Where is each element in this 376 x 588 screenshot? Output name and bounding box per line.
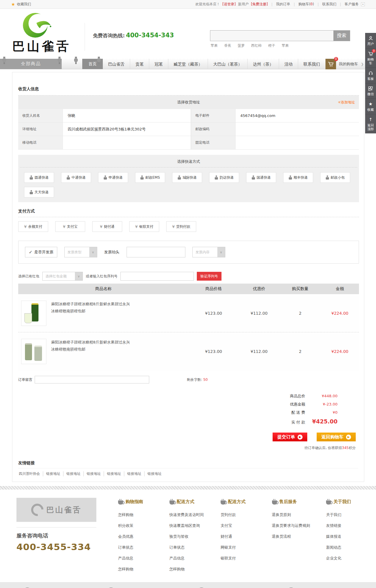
footer-link[interactable]: 验货与签收 [169, 531, 205, 542]
hot-word[interactable]: 苹果 [211, 43, 218, 48]
telephone-field[interactable] [236, 136, 359, 149]
payment-option[interactable]: ¥支付宝 [55, 221, 85, 232]
footer-link[interactable]: 财付通 [221, 531, 256, 542]
footer-link[interactable]: 退换货要求与运费规则 [272, 520, 310, 531]
add-address-link[interactable]: +添加地址 [338, 100, 355, 105]
courier-option[interactable]: 国通快递 [246, 172, 276, 183]
footer-link[interactable]: 银联支付 [221, 553, 256, 564]
footer-link[interactable]: 友情链接 [326, 520, 361, 531]
courier-option[interactable]: 中通快递 [61, 172, 91, 183]
sidebar-item-cart[interactable]: 0 购物车 [365, 48, 376, 68]
payment-option[interactable]: ¥货到付款 [166, 221, 196, 232]
hot-word[interactable]: 苹果 [282, 43, 289, 48]
friend-link[interactable]: 链接地址 [84, 471, 104, 476]
hot-word[interactable]: 橙子 [268, 43, 275, 48]
footer-link[interactable]: 产品信息 [169, 553, 205, 564]
customer-service-link[interactable]: 客户服务 [345, 2, 359, 7]
topbar-cart-link[interactable]: 购物车(0) [298, 2, 314, 7]
sidebar-item-favorite[interactable]: ★ 收藏 [365, 99, 376, 114]
friend-link[interactable]: 链接地址 [63, 471, 84, 476]
sidebar-item-wechat[interactable]: 微信 [365, 83, 376, 99]
payment-option[interactable]: ¥余额支付 [18, 221, 48, 232]
footer-link[interactable]: 货到付款 [221, 509, 256, 520]
footer-link[interactable]: 企业文化 [326, 553, 361, 564]
address-field[interactable]: 四川成都武侯区簇景西路20号3栋1单元302号 [63, 123, 191, 136]
back-to-cart-button[interactable]: 返回购物车▶ [317, 433, 356, 441]
courier-option[interactable]: 申通快递 [98, 172, 128, 183]
courier-option[interactable]: 天天快递 [24, 187, 54, 197]
footer-link[interactable]: 怎样购物 [118, 509, 153, 520]
courier-option[interactable]: 邮政EMS [135, 172, 165, 183]
red-packet-select[interactable]: 选择红包金额 ∨ [42, 272, 83, 281]
hot-word[interactable]: 香蕉 [224, 43, 231, 48]
courier-option[interactable]: 圆通快递 [24, 172, 54, 183]
submit-order-button[interactable]: 提交订单▶ [273, 433, 307, 441]
login-link[interactable]: [请登录] [222, 2, 236, 7]
sidebar-item-service[interactable]: 客服 [365, 68, 376, 83]
search-input[interactable] [210, 31, 333, 41]
my-orders-link[interactable]: 我的订单 [276, 2, 290, 7]
product-image[interactable] [21, 301, 46, 326]
courier-option[interactable]: 顺丰快递 [283, 172, 313, 183]
payment-option[interactable]: ¥银联支付 [129, 221, 159, 232]
footer-link[interactable]: 会员优惠 [118, 531, 153, 542]
friend-link[interactable]: 四川茶叶协会 [18, 471, 43, 476]
footer-link[interactable]: 怎样购物 [118, 564, 153, 574]
nav-item[interactable]: 巴山雀舌 [103, 59, 130, 69]
nav-item[interactable]: 贡茗 [130, 59, 149, 69]
email-field[interactable]: 4567454@qq.com [236, 109, 359, 122]
invoice-type-select[interactable]: 发票类型 ∨ [64, 247, 97, 257]
courier-option[interactable]: 邮政小包 [320, 172, 350, 183]
footer-link[interactable]: 支付宝 [221, 520, 256, 531]
nav-item[interactable]: 冠茗 [149, 59, 168, 69]
zipcode-field[interactable] [236, 123, 359, 136]
contact-link[interactable]: 联系我们 [322, 2, 336, 7]
nav-item[interactable]: 臧芝堂（藏茶） [168, 59, 208, 69]
footer-link[interactable]: 积分政策 [118, 520, 153, 531]
serial-input[interactable] [120, 272, 194, 281]
product-name[interactable]: 麻阳冰糖橙子甜橙冰糖柑8斤新鲜水果甜过永兴 冰糖橙赣南脐橙包邮 [51, 301, 130, 315]
footer-link[interactable]: 退换货原则 [272, 509, 310, 520]
footer-link[interactable]: 产品信息 [118, 553, 153, 564]
payment-option[interactable]: ¥财付通 [92, 221, 122, 232]
my-cart-button[interactable]: 0 我的购物车 ❯ [325, 59, 364, 69]
favorite-link[interactable]: 收藏我们 [17, 2, 31, 7]
footer-logo[interactable]: 巴山雀舌 [16, 498, 96, 522]
friend-link[interactable]: 链接地址 [43, 471, 63, 476]
search-button[interactable]: 搜索 [333, 31, 350, 41]
footer-link[interactable]: 快递资费及送达时间 [169, 509, 205, 520]
nav-item[interactable]: 活动 [279, 59, 298, 69]
footer-link[interactable]: 网银支付 [221, 542, 256, 553]
invoice-checkbox[interactable]: ✓ 是否开发票 [25, 247, 57, 257]
site-logo[interactable]: 巴山雀舌 [12, 11, 83, 53]
sidebar-item-user[interactable]: 用户 [365, 33, 376, 48]
nav-all-products[interactable]: 全部商品 [0, 59, 62, 69]
footer-link[interactable]: 新闻动态 [326, 542, 361, 553]
courier-option[interactable]: 韵达快递 [209, 172, 239, 183]
hot-word[interactable]: 西红柿 [251, 43, 262, 48]
order-message-input[interactable] [35, 376, 149, 383]
nav-item[interactable]: 联系我们 [298, 59, 325, 69]
footer-link[interactable]: 媒体报道 [326, 531, 361, 542]
friend-link[interactable]: 链接地址 [145, 471, 164, 476]
footer-link[interactable]: 退换货流程 [272, 531, 310, 542]
footer-link[interactable]: 关于我们 [326, 509, 361, 520]
footer-link[interactable]: 订单状态 [169, 542, 205, 553]
friend-link[interactable]: 链接地址 [124, 471, 145, 476]
footer-link[interactable]: 订单状态 [118, 542, 153, 553]
hot-word[interactable]: 菠萝 [238, 43, 245, 48]
invoice-content-select[interactable]: 发票内容 ∨ [192, 247, 225, 257]
courier-option[interactable]: 城际快递 [172, 172, 202, 183]
mobile-field[interactable] [63, 136, 191, 149]
sidebar-item-back-top[interactable]: ↑ 返回顶部 [365, 114, 376, 133]
product-image[interactable] [21, 339, 46, 364]
footer-link[interactable]: 怎样购物 [169, 564, 205, 574]
service-dropdown-icon[interactable]: ▾ [361, 2, 365, 6]
invoice-title-input[interactable] [127, 247, 185, 257]
nav-item[interactable]: 大巴山（茗茶） [208, 59, 248, 69]
register-link[interactable]: [免费注册] [251, 2, 268, 7]
consignee-name-field[interactable]: 张晓 [63, 109, 191, 122]
friend-link[interactable]: 链接地址 [104, 471, 124, 476]
product-name[interactable]: 麻阳冰糖橙子甜橙冰糖柑8斤新鲜水果甜过永兴 冰糖橙赣南脐橙包邮 [51, 339, 130, 353]
verify-serial-button[interactable]: 验证序列号 [197, 272, 221, 281]
